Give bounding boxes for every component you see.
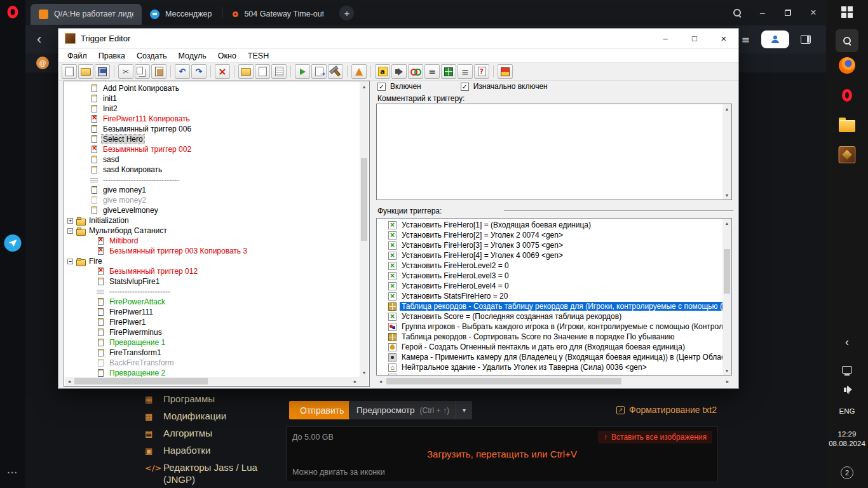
scroll-down-icon[interactable]: ▼: [360, 368, 369, 377]
opera-menu-button[interactable]: [8, 6, 18, 18]
menu-item-0[interactable]: Файл: [62, 50, 93, 62]
tree-item[interactable]: Безымянный триггер 006: [65, 124, 360, 134]
function-row[interactable]: Установить FireHeroLevel3 = 0: [377, 271, 722, 281]
taskbar-clock[interactable]: 12:2908.08.2024: [829, 430, 865, 449]
help-button[interactable]: [474, 64, 489, 79]
sound-button[interactable]: [391, 64, 407, 79]
formatting-link[interactable]: ↗ Форматирование txt2: [616, 405, 717, 415]
initially-on-checkbox-group[interactable]: ✓ Изначально включен: [461, 82, 548, 91]
menu-item-5[interactable]: TESH: [242, 50, 275, 62]
copy-button[interactable]: [135, 64, 150, 79]
tree-item[interactable]: Init2: [65, 104, 360, 114]
tree-horizontal-scrollbar[interactable]: ◄ ►: [65, 377, 360, 386]
display-tray-icon[interactable]: [842, 366, 852, 374]
scroll-up-icon[interactable]: ▲: [722, 104, 731, 113]
function-row[interactable]: Таблица рекордов - Создать таблицу рекор…: [377, 301, 722, 311]
import-button[interactable]: [498, 64, 513, 79]
taskbar-world-editor-button[interactable]: [839, 146, 856, 163]
tab-messenger[interactable]: Мессенджер: [142, 4, 220, 25]
run-button[interactable]: [295, 64, 310, 79]
tree-folder[interactable]: −Fire: [65, 256, 360, 266]
browser-close-button[interactable]: ×: [801, 0, 826, 25]
scroll-down-icon[interactable]: ▼: [722, 191, 731, 200]
sidebar-more-button[interactable]: ···: [8, 468, 18, 478]
menu-item-1[interactable]: Правка: [93, 50, 131, 62]
function-row[interactable]: Установить FireHero[2] = Уголек 2 0074 <…: [377, 230, 722, 240]
taskbar-opera-button[interactable]: [842, 89, 852, 102]
tree-item[interactable]: Безымянный триггер 003 Копировать 3: [65, 246, 360, 256]
scroll-up-icon[interactable]: ▲: [360, 82, 369, 91]
tree-item[interactable]: init1: [65, 93, 360, 104]
scroll-right-icon[interactable]: ►: [723, 377, 732, 386]
tree-item[interactable]: FirePowerAttack: [65, 297, 360, 307]
tree-folder[interactable]: +Initialization: [65, 215, 360, 226]
function-row[interactable]: Установить FireHero[3] = Уголек 3 0075 <…: [377, 240, 722, 250]
bookmark-at-icon[interactable]: @: [36, 57, 49, 69]
taskbar-firefox-button[interactable]: [839, 57, 855, 74]
tree-item[interactable]: Select Hero: [65, 134, 360, 144]
function-row[interactable]: Таблица рекордов - Сортировать Score по …: [377, 332, 722, 342]
new-button[interactable]: [62, 64, 77, 79]
back-button[interactable]: ‹: [37, 32, 41, 46]
tree-vertical-scrollbar[interactable]: ▲ ▼: [360, 82, 369, 377]
terrain-button[interactable]: [441, 64, 456, 79]
function-row[interactable]: Герой - Создать Огненный пентакль и дать…: [377, 342, 722, 352]
telegram-sidebar-button[interactable]: [4, 234, 22, 252]
tree-item[interactable]: sasd Копировать: [65, 165, 360, 175]
tree-separator[interactable]: ------------------------: [65, 287, 360, 297]
convert-button[interactable]: [311, 64, 327, 79]
notification-center-button[interactable]: 2: [841, 466, 853, 479]
function-row[interactable]: Установить FireHero[4] = Уголек 4 0069 <…: [377, 250, 722, 261]
tree-separator[interactable]: ------------------------------: [65, 175, 360, 185]
submit-button[interactable]: Отправить: [289, 401, 355, 419]
splitter-line[interactable]: [504, 210, 733, 212]
tab-gateway-timeout[interactable]: 504 Gateway Time-out: [224, 4, 332, 25]
forum-menu-works[interactable]: ▣Наработки: [145, 444, 275, 457]
close-button[interactable]: ×: [709, 29, 738, 48]
forum-menu-algorithms[interactable]: ▤Алгоритмы: [145, 427, 275, 440]
profile-button[interactable]: [761, 30, 789, 48]
tree-item[interactable]: BackFireTransform: [65, 358, 360, 368]
enabled-checkbox[interactable]: ✓: [377, 83, 386, 91]
scroll-left-icon[interactable]: ◄: [376, 377, 385, 386]
scrollbar-thumb[interactable]: [386, 378, 621, 384]
upload-dropzone[interactable]: До 5.00 GB ↑Вставить все изображения Заг…: [286, 426, 718, 482]
enabled-checkbox-group[interactable]: ✓ Включен: [377, 82, 421, 91]
browser-minimize-button[interactable]: –: [750, 0, 775, 25]
tree-item[interactable]: Превращение 2: [65, 368, 360, 377]
start-button[interactable]: [841, 6, 853, 18]
minimize-button[interactable]: –: [651, 29, 680, 48]
function-row[interactable]: Нейтральное здание - Удалить Уголек из Т…: [377, 362, 722, 372]
tree-item[interactable]: FirePiwer111 Копировать: [65, 114, 360, 124]
function-row[interactable]: Камера - Применить камеру для (Владелец …: [377, 352, 722, 362]
tray-expand-button[interactable]: ‹: [845, 336, 849, 349]
new-comment-button[interactable]: [271, 64, 287, 79]
tree-item[interactable]: give money1: [65, 185, 360, 195]
paste-button[interactable]: [151, 64, 166, 79]
tree-item[interactable]: Превращение 1: [65, 337, 360, 348]
comment-textarea[interactable]: [377, 104, 722, 200]
browser-restore-button[interactable]: [775, 0, 801, 25]
delete-button[interactable]: [215, 64, 230, 79]
function-row[interactable]: Группа игроков - Выбрать каждого игрока …: [377, 322, 722, 332]
expand-icon[interactable]: +: [67, 218, 73, 224]
keyboard-language-indicator[interactable]: ENG: [839, 407, 855, 416]
tab-qa[interactable]: Q/A:Не работает лидербо: [31, 4, 142, 25]
tree-item[interactable]: FirePiwer1: [65, 317, 360, 327]
comment-scrollbar[interactable]: ▲ ▼: [722, 104, 731, 200]
preview-button[interactable]: Предпросмотр (Ctrl + ↑) ▾: [349, 401, 472, 419]
menu-item-2[interactable]: Создать: [131, 50, 173, 62]
new-category-button[interactable]: [238, 64, 254, 79]
tree-item[interactable]: Безымянный триггер 012: [65, 266, 360, 276]
equals-button[interactable]: [424, 64, 440, 79]
initially-on-checkbox[interactable]: ✓: [461, 83, 469, 91]
tree-item[interactable]: Miltibord: [65, 236, 360, 246]
paste-all-images-button[interactable]: ↑Вставить все изображения: [598, 431, 712, 444]
taskbar-search-button[interactable]: [836, 29, 858, 52]
tree-item[interactable]: sasd: [65, 154, 360, 165]
scrollbar-thumb[interactable]: [361, 158, 367, 241]
tree-item[interactable]: giveLevelmoney: [65, 205, 360, 215]
tree-item[interactable]: give money2: [65, 195, 360, 205]
function-row[interactable]: Установить Score = (Последняя созданная …: [377, 311, 722, 322]
taskbar-explorer-button[interactable]: [839, 120, 855, 132]
